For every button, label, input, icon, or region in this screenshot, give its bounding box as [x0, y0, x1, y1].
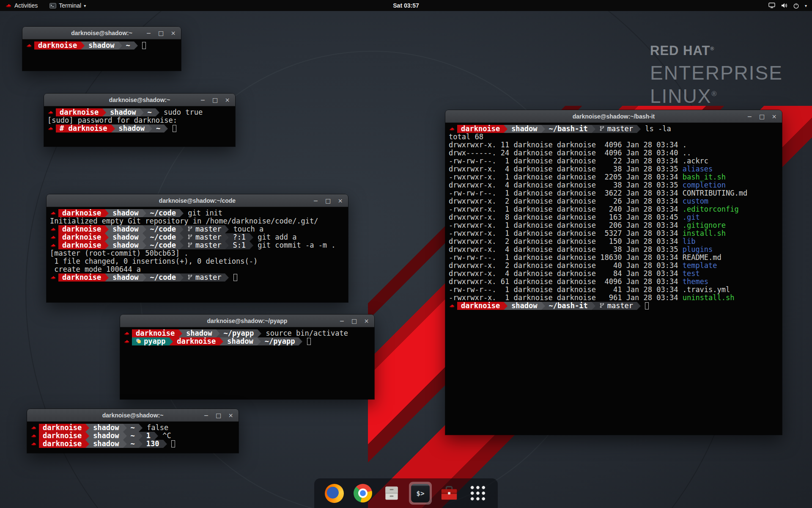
- minimize-button[interactable]: −: [200, 410, 212, 420]
- terminal-line: darknoiseshadow~/pyapp source bin/activa…: [123, 329, 371, 337]
- terminal-line: [master (root-commit) 50bcb63] .: [50, 249, 345, 257]
- powerline-separator: [592, 302, 595, 310]
- window-title: darknoise@shadow:~: [102, 412, 164, 419]
- close-button[interactable]: ×: [768, 111, 780, 121]
- close-button[interactable]: ×: [222, 95, 233, 105]
- prompt-segment: darknoise: [34, 41, 81, 50]
- close-button[interactable]: ×: [361, 316, 372, 326]
- maximize-button[interactable]: □: [348, 316, 360, 326]
- terminal-line: -rw-rw-r--. 1 darknoise darknoise 18630 …: [449, 254, 779, 262]
- powerline-separator: [180, 209, 184, 217]
- maximize-button[interactable]: □: [209, 95, 221, 105]
- minimize-button[interactable]: −: [744, 111, 755, 121]
- powerline-separator: [637, 125, 641, 133]
- toolbox-icon: [439, 483, 459, 503]
- terminal-content[interactable]: darknoiseshadow~/code git initInitialize…: [47, 207, 348, 302]
- terminal-content[interactable]: darknoiseshadow~ sudo true[sudo] passwor…: [44, 106, 235, 146]
- minimize-button[interactable]: −: [310, 196, 321, 206]
- redhat-icon: [50, 226, 56, 232]
- terminal-content[interactable]: darknoiseshadow~ falsedarknoiseshadow~1 …: [27, 422, 239, 453]
- prompt-segment: master: [595, 302, 637, 310]
- prompt-segment: master: [184, 241, 225, 249]
- terminal-line: drwxrwxr-x. 4 darknoise darknoise 38 Jan…: [449, 165, 779, 173]
- titlebar[interactable]: darknoise@shadow:~ − □ ×: [27, 409, 239, 422]
- prompt-segment: shadow: [223, 337, 257, 345]
- terminal-text: drwxrwxr-x. 2 darknoise darknoise 26 Jan…: [449, 197, 683, 205]
- maximize-button[interactable]: □: [756, 111, 768, 121]
- terminal-line: total 68: [449, 133, 779, 141]
- terminal-content[interactable]: darknoiseshadow~/pyapp source bin/activa…: [120, 327, 374, 399]
- dock-item-toolbox[interactable]: [438, 482, 461, 505]
- dock-item-firefox[interactable]: [323, 482, 346, 505]
- prompt-segment: shadow: [182, 329, 216, 337]
- powerline-separator: [180, 273, 184, 282]
- powerline-separator: [105, 233, 109, 241]
- titlebar[interactable]: darknoise@shadow:~/code − □ ×: [47, 194, 348, 207]
- terminal-text: source bin/activate: [261, 329, 348, 337]
- powerline-separator: [250, 233, 253, 241]
- minimize-button[interactable]: −: [143, 28, 154, 38]
- powerline-separator: [216, 329, 220, 337]
- redhat-icon: [50, 274, 56, 281]
- dock-item-show-applications[interactable]: [466, 482, 489, 505]
- titlebar[interactable]: darknoise@shadow:~ − □ ×: [44, 94, 235, 106]
- close-button[interactable]: ×: [225, 410, 236, 420]
- close-button[interactable]: ×: [335, 196, 346, 206]
- powerline-separator: [258, 329, 261, 337]
- terminal-line: darknoiseshadow~/codemaster?:1 git add a: [50, 233, 345, 241]
- dock-item-chrome[interactable]: [351, 482, 374, 505]
- terminal-text: -rw-rw-r--. 1 darknoise darknoise 41 Jan…: [449, 285, 730, 294]
- powerline-separator: [178, 329, 182, 337]
- app-menu-terminal[interactable]: Terminal ▾: [48, 0, 88, 11]
- system-status-area[interactable]: ▾: [768, 3, 812, 9]
- minimize-button[interactable]: −: [197, 95, 208, 105]
- terminal-line: drwx------. 24 darknoise darknoise 4096 …: [449, 149, 779, 157]
- redhat-icon: [449, 126, 455, 132]
- redhat-icon: [47, 109, 54, 116]
- close-button[interactable]: ×: [167, 28, 179, 38]
- prompt-segment: darknoise: [58, 241, 105, 249]
- terminal-text: test: [683, 269, 700, 278]
- app-menu-label: Terminal: [59, 2, 81, 9]
- activities-button[interactable]: Activities: [3, 0, 39, 11]
- terminal-text: drwxrwxr-x. 8 darknoise darknoise 163 Ja…: [449, 213, 683, 221]
- terminal-line: Initialized empty Git repository in /hom…: [50, 217, 345, 225]
- powerline-separator: [180, 241, 184, 249]
- prompt-segment: pyapp: [132, 337, 169, 345]
- minimize-button[interactable]: −: [336, 316, 348, 326]
- terminal-content[interactable]: darknoiseshadow~: [22, 39, 181, 71]
- dock-item-terminal[interactable]: $>: [409, 482, 432, 505]
- titlebar[interactable]: darknoise@shadow:~ − □ ×: [22, 27, 181, 39]
- redhat-icon: [47, 125, 54, 132]
- terminal-text: drwxrwxr-x. 2 darknoise darknoise 40 Jan…: [449, 261, 683, 270]
- dock-item-files[interactable]: [380, 482, 403, 505]
- clock[interactable]: Sat 03:57: [393, 2, 419, 9]
- prompt-segment: shadow: [85, 41, 118, 50]
- terminal-text: drwxrwxr-x. 11 darknoise darknoise 4096 …: [449, 141, 687, 149]
- prompt-segment: ~/code: [146, 209, 180, 217]
- window-title: darknoise@shadow:~/code: [159, 197, 236, 204]
- terminal-text: bash_it.sh: [683, 173, 726, 181]
- prompt-segment: shadow: [109, 233, 142, 241]
- powerline-separator: [123, 440, 127, 448]
- terminal-content[interactable]: darknoiseshadow~/bash-itmaster ls -latot…: [445, 123, 782, 435]
- terminal-text: git init: [184, 209, 222, 217]
- maximize-button[interactable]: □: [322, 196, 334, 206]
- terminal-text: -rw-rw-r--. 1 darknoise darknoise 18630 …: [449, 253, 721, 262]
- prompt-segment: ~/code: [146, 241, 180, 249]
- terminal-line: drwxrwxr-x. 2 darknoise darknoise 40 Jan…: [449, 262, 779, 270]
- powerline-separator: [118, 41, 122, 50]
- titlebar[interactable]: darknoise@shadow:~/bash-it − □ ×: [445, 110, 782, 123]
- prompt-segment: shadow: [89, 440, 123, 448]
- terminal-line: drwxrwxr-x. 8 darknoise darknoise 163 Ja…: [449, 213, 779, 221]
- prompt-segment: shadow: [109, 225, 142, 233]
- maximize-button[interactable]: □: [155, 28, 167, 38]
- maximize-button[interactable]: □: [213, 410, 224, 420]
- terminal-line: drwxrwxr-x. 2 darknoise darknoise 150 Ja…: [449, 237, 779, 246]
- chrome-icon: [354, 484, 372, 502]
- powerline-separator: [139, 432, 143, 440]
- terminal-cursor: [142, 42, 146, 49]
- terminal-text: [sudo] password for darknoise:: [47, 116, 181, 124]
- titlebar[interactable]: darknoise@shadow:~/pyapp − □ ×: [120, 315, 374, 327]
- powerline-separator: [504, 302, 508, 310]
